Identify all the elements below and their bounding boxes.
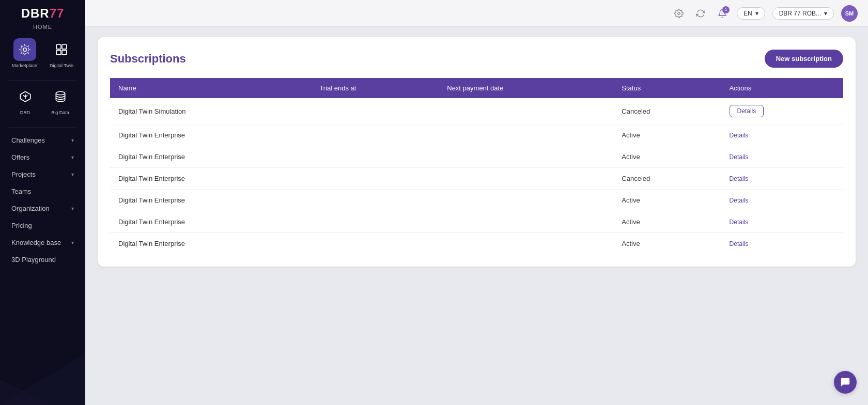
- page-header: Subscriptions New subscription: [110, 50, 843, 68]
- drd-label: DRD: [20, 110, 30, 115]
- sidebar-item-pricing[interactable]: Pricing: [6, 217, 79, 233]
- topbar: 1 EN ▾ DBR 77 ROB... ▾ SM: [85, 0, 868, 27]
- sidebar-item-offers[interactable]: Offers ▾: [6, 149, 79, 165]
- cell-action: Details: [721, 233, 843, 255]
- sidebar-divider: [9, 81, 77, 81]
- settings-icon[interactable]: [672, 6, 686, 21]
- cell-action: Details: [721, 124, 843, 146]
- cell-name: Digital Twin Enterprise: [110, 211, 311, 233]
- chevron-down-icon: ▾: [71, 240, 74, 245]
- cell-name: Digital Twin Enterprise: [110, 233, 311, 255]
- table-header: Name Trial ends at Next payment date Sta…: [110, 78, 843, 98]
- home-label: HOME: [33, 24, 52, 30]
- table-body: Digital Twin Simulation Canceled Details…: [110, 98, 843, 254]
- cell-name: Digital Twin Enterprise: [110, 190, 311, 211]
- chevron-down-icon: ▾: [71, 137, 74, 143]
- sidebar-item-drd[interactable]: DRD: [14, 85, 37, 115]
- cell-trial: [311, 98, 439, 124]
- org-selector[interactable]: DBR 77 ROB... ▾: [772, 7, 834, 20]
- cell-status: Active: [613, 146, 721, 168]
- notification-icon[interactable]: 1: [715, 6, 730, 21]
- page-title: Subscriptions: [110, 52, 186, 66]
- cell-status: Canceled: [613, 168, 721, 190]
- cell-status: Active: [613, 233, 721, 255]
- sidebar-nav: Challenges ▾ Offers ▾ Projects ▾ Teams O…: [0, 132, 85, 268]
- cell-payment: [439, 168, 613, 190]
- chevron-down-icon: ▾: [71, 206, 74, 211]
- sidebar-divider-2: [9, 128, 77, 128]
- cell-trial: [311, 211, 439, 233]
- content-area: Subscriptions New subscription Name Tria…: [85, 27, 868, 405]
- cell-name: Digital Twin Enterprise: [110, 168, 311, 190]
- svg-point-9: [678, 12, 680, 14]
- cell-status: Canceled: [613, 98, 721, 124]
- avatar[interactable]: SM: [841, 5, 858, 22]
- cell-payment: [439, 190, 613, 211]
- svg-rect-3: [62, 44, 67, 49]
- cell-name: Digital Twin Enterprise: [110, 146, 311, 168]
- cell-trial: [311, 190, 439, 211]
- sidebar-item-teams[interactable]: Teams: [6, 183, 79, 199]
- lang-selector[interactable]: EN ▾: [737, 7, 765, 20]
- svg-point-0: [23, 48, 26, 52]
- top-icons-row: Marketplace Digital Twin: [12, 38, 73, 68]
- sidebar-item-projects[interactable]: Projects ▾: [6, 166, 79, 182]
- org-chevron-icon: ▾: [824, 10, 827, 17]
- big-data-label: Big Data: [51, 110, 69, 115]
- chevron-down-icon: ▾: [71, 154, 74, 160]
- cell-action: Details: [721, 98, 843, 124]
- cell-trial: [311, 233, 439, 255]
- cell-action: Details: [721, 146, 843, 168]
- main-area: 1 EN ▾ DBR 77 ROB... ▾ SM Subscriptions …: [85, 0, 868, 405]
- cell-name: Digital Twin Simulation: [110, 98, 311, 124]
- svg-rect-4: [56, 50, 61, 55]
- cell-payment: [439, 211, 613, 233]
- sidebar-item-3d-playground[interactable]: 3D Playground: [6, 252, 79, 268]
- sidebar-item-marketplace[interactable]: Marketplace: [12, 38, 37, 68]
- col-status: Status: [613, 78, 721, 98]
- marketplace-label: Marketplace: [12, 63, 37, 68]
- table-row: Digital Twin Enterprise Active Details: [110, 233, 843, 255]
- details-link[interactable]: Details: [730, 175, 749, 182]
- logo-text: DBR77: [21, 6, 65, 21]
- svg-point-6: [56, 91, 65, 95]
- svg-rect-5: [62, 50, 67, 55]
- svg-rect-2: [56, 44, 61, 49]
- col-payment: Next payment date: [439, 78, 613, 98]
- cell-payment: [439, 233, 613, 255]
- cell-trial: [311, 146, 439, 168]
- table-row: Digital Twin Enterprise Active Details: [110, 190, 843, 211]
- notification-badge: 1: [722, 6, 730, 13]
- cell-status: Active: [613, 211, 721, 233]
- sidebar-item-knowledge-base[interactable]: Knowledge base ▾: [6, 235, 79, 251]
- sidebar-item-challenges[interactable]: Challenges ▾: [6, 132, 79, 148]
- table-row: Digital Twin Enterprise Active Details: [110, 211, 843, 233]
- cell-name: Digital Twin Enterprise: [110, 124, 311, 146]
- table-row: Digital Twin Enterprise Active Details: [110, 124, 843, 146]
- svg-point-1: [21, 45, 28, 53]
- cell-status: Active: [613, 190, 721, 211]
- details-link[interactable]: Details: [730, 219, 749, 226]
- new-subscription-button[interactable]: New subscription: [765, 50, 843, 68]
- details-link[interactable]: Details: [730, 197, 749, 204]
- details-button[interactable]: Details: [730, 105, 764, 117]
- chat-button[interactable]: [834, 371, 857, 394]
- sidebar-item-big-data[interactable]: Big Data: [49, 85, 72, 115]
- subscriptions-card: Subscriptions New subscription Name Tria…: [98, 37, 856, 267]
- digital-twin-label: Digital Twin: [50, 63, 73, 68]
- sidebar-item-organization[interactable]: Organization ▾: [6, 200, 79, 216]
- table-row: Digital Twin Simulation Canceled Details: [110, 98, 843, 124]
- sidebar-item-digital-twin[interactable]: Digital Twin: [50, 38, 73, 68]
- cell-action: Details: [721, 211, 843, 233]
- details-link[interactable]: Details: [730, 153, 749, 161]
- subscriptions-table: Name Trial ends at Next payment date Sta…: [110, 78, 843, 254]
- details-link[interactable]: Details: [730, 132, 749, 139]
- cell-status: Active: [613, 124, 721, 146]
- sync-icon[interactable]: [693, 6, 708, 21]
- col-trial: Trial ends at: [311, 78, 439, 98]
- lang-chevron-icon: ▾: [755, 10, 758, 17]
- bottom-icons-row: DRD Big Data: [14, 85, 72, 115]
- cell-trial: [311, 124, 439, 146]
- cell-action: Details: [721, 168, 843, 190]
- details-link[interactable]: Details: [730, 240, 749, 247]
